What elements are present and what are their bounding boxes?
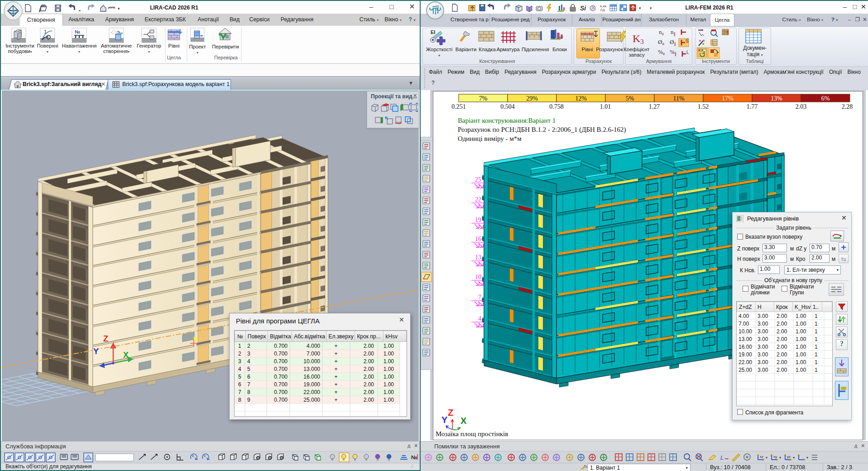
- svg-text:6: 6: [238, 381, 241, 388]
- svg-text:1: 1: [815, 336, 818, 342]
- svg-text:L: L: [686, 50, 689, 55]
- svg-text:1.00: 1.00: [384, 374, 394, 380]
- svg-text:4: 4: [247, 358, 250, 365]
- svg-text:+: +: [334, 351, 337, 357]
- svg-text:Y: Y: [441, 415, 448, 425]
- svg-text:10.000: 10.000: [303, 358, 320, 365]
- svg-text:3.00: 3.00: [758, 359, 768, 365]
- svg-text:Розрахунок по РСН:ДБН В.1.2 -: Розрахунок по РСН:ДБН В.1.2 - 2:2006_1 (…: [458, 126, 626, 134]
- svg-text:Варіант конструювання:Варіант: Варіант конструювання:Варіант 1: [458, 117, 556, 124]
- svg-text:0.700: 0.700: [274, 343, 288, 349]
- svg-text:19: 19: [475, 216, 481, 223]
- svg-text:7.00: 7.00: [739, 321, 749, 327]
- svg-text:▾: ▾: [639, 6, 641, 10]
- svg-text:K3: K3: [633, 33, 644, 45]
- svg-text:0.700: 0.700: [274, 374, 288, 380]
- svg-text:1: 1: [815, 367, 818, 373]
- svg-text:2.28: 2.28: [842, 103, 853, 110]
- svg-text:1.00: 1.00: [796, 351, 806, 358]
- svg-text:+: +: [334, 389, 337, 395]
- svg-text:1.00: 1.00: [384, 358, 394, 365]
- svg-text:16.000: 16.000: [303, 374, 320, 380]
- svg-text:+: +: [334, 381, 337, 388]
- svg-text:4: 4: [478, 315, 481, 322]
- svg-text:2.00: 2.00: [364, 381, 374, 388]
- svg-text:xy: xy: [773, 455, 777, 459]
- svg-text:2.00: 2.00: [364, 351, 374, 357]
- svg-text:2: 2: [247, 343, 250, 349]
- svg-text:2.00: 2.00: [777, 367, 787, 373]
- svg-text:0.504: 0.504: [500, 103, 515, 110]
- svg-text:1.00: 1.00: [384, 397, 394, 403]
- svg-text:0.700: 0.700: [274, 389, 288, 395]
- svg-text:11%: 11%: [673, 95, 684, 102]
- svg-text:6%: 6%: [821, 95, 830, 102]
- svg-text:19.000: 19.000: [303, 381, 320, 388]
- svg-text:2.00: 2.00: [364, 374, 374, 380]
- svg-text:№: №: [75, 29, 80, 34]
- svg-text:2.00: 2.00: [364, 358, 374, 365]
- svg-text:3: 3: [238, 358, 241, 365]
- svg-text:2.03: 2.03: [796, 103, 807, 110]
- svg-text:yz: yz: [787, 455, 791, 459]
- svg-text:8: 8: [247, 389, 250, 395]
- svg-text:16: 16: [475, 236, 481, 242]
- svg-text:7.000: 7.000: [307, 351, 320, 357]
- svg-text:4.00: 4.00: [739, 313, 749, 319]
- svg-text:13.00: 13.00: [739, 336, 752, 342]
- svg-text:Si: Si: [580, 5, 586, 12]
- svg-text:1.00: 1.00: [384, 366, 394, 372]
- svg-text:1: 1: [815, 359, 818, 365]
- svg-text:x: x: [204, 454, 206, 458]
- svg-text:3.00: 3.00: [758, 351, 768, 358]
- svg-text:10.00: 10.00: [739, 328, 752, 335]
- svg-text:+: +: [334, 343, 337, 349]
- svg-text:Z: Z: [448, 408, 453, 418]
- svg-text:2.00: 2.00: [777, 313, 787, 319]
- svg-text:13%: 13%: [771, 95, 782, 102]
- svg-text:X: X: [460, 416, 467, 426]
- svg-text:0.758: 0.758: [549, 103, 564, 110]
- svg-text:5%: 5%: [626, 95, 634, 102]
- svg-text:Мозаїка площ простінків: Мозаїка площ простінків: [436, 430, 508, 437]
- svg-text:▾: ▾: [650, 6, 652, 10]
- svg-text:3.00: 3.00: [758, 344, 768, 350]
- svg-text:9: 9: [247, 397, 250, 403]
- svg-text:%∥: %∥: [670, 48, 676, 56]
- svg-text:29%: 29%: [526, 95, 538, 102]
- svg-text:3.00: 3.00: [758, 328, 768, 335]
- svg-text:3.00: 3.00: [758, 336, 768, 342]
- svg-text:7: 7: [238, 389, 241, 395]
- svg-text:13: 13: [475, 254, 481, 261]
- svg-text:xz: xz: [760, 455, 763, 459]
- svg-text:n∥: n∥: [671, 29, 676, 36]
- svg-text:1.00: 1.00: [384, 351, 394, 357]
- svg-text:2: 2: [238, 351, 241, 357]
- svg-text:3.00: 3.00: [758, 321, 768, 327]
- svg-text:5: 5: [247, 366, 250, 372]
- svg-text:▾: ▾: [806, 456, 808, 460]
- svg-text:2.00: 2.00: [777, 351, 787, 358]
- svg-text:▾: ▾: [779, 456, 781, 460]
- svg-text:x: x: [192, 454, 194, 458]
- svg-text:№: №: [411, 454, 417, 461]
- svg-text:19.00: 19.00: [739, 351, 752, 358]
- svg-text:25.00: 25.00: [739, 367, 752, 373]
- svg-text:16.00: 16.00: [739, 344, 752, 350]
- svg-text:1: 1: [815, 313, 818, 319]
- svg-text:0.700: 0.700: [274, 397, 288, 403]
- svg-text:17%: 17%: [722, 95, 734, 102]
- svg-text:7%: 7%: [479, 95, 488, 102]
- svg-text:8: 8: [238, 397, 241, 403]
- svg-text:0.700: 0.700: [274, 366, 288, 372]
- svg-text:EI: EI: [431, 29, 435, 35]
- svg-text:0.251: 0.251: [451, 103, 466, 110]
- svg-text:1: 1: [238, 343, 241, 349]
- svg-text:1: 1: [815, 328, 818, 335]
- svg-text:0.700: 0.700: [274, 351, 288, 357]
- svg-text:0.700: 0.700: [274, 381, 288, 388]
- svg-text:+: +: [334, 397, 337, 403]
- svg-text:2.00: 2.00: [364, 389, 374, 395]
- svg-text:Ø∥: Ø∥: [670, 38, 676, 46]
- svg-text:▾: ▾: [766, 456, 767, 460]
